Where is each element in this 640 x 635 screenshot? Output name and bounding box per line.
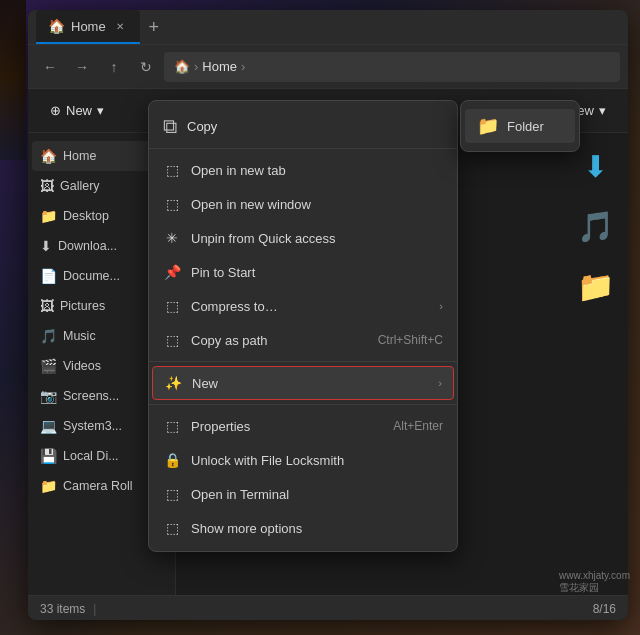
new-dropdown-icon: ▾ [97, 103, 104, 118]
compress-arrow-icon: › [439, 300, 443, 312]
screenshots-icon: 📷 [40, 388, 57, 404]
unlock-icon: 🔒 [163, 451, 181, 469]
sidebar-item-downloads-label: Downloa... [58, 239, 117, 253]
properties-shortcut: Alt+Enter [393, 419, 443, 433]
menu-separator-2 [149, 404, 457, 405]
watermark: www.xhjaty.com 雪花家园 [559, 570, 630, 595]
item-count: 33 items [40, 602, 85, 616]
submenu-item-folder[interactable]: 📁 Folder [465, 109, 575, 143]
folder-submenu-icon: 📁 [477, 115, 499, 137]
gallery-icon: 🖼 [40, 178, 54, 194]
terminal-icon: ⬚ [163, 485, 181, 503]
open-new-tab-icon: ⬚ [163, 161, 181, 179]
copy-header-label: Copy [187, 119, 217, 134]
menu-item-unlock[interactable]: 🔒 Unlock with File Locksmith [149, 443, 457, 477]
documents-icon: 📄 [40, 268, 57, 284]
watermark-cn: 雪花家园 [559, 581, 630, 595]
more-options-icon: ⬚ [163, 519, 181, 537]
tab-area: 🏠 Home ✕ + [28, 10, 628, 45]
new-plus-icon: ⊕ [50, 103, 61, 118]
copy-path-shortcut: Ctrl+Shift+C [378, 333, 443, 347]
sidebar-item-videos-label: Videos [63, 359, 101, 373]
localdisk-icon: 💾 [40, 448, 57, 464]
sidebar-item-cameraroll-label: Camera Roll [63, 479, 132, 493]
sidebar-item-music-label: Music [63, 329, 96, 343]
view-dropdown-icon: ▾ [599, 103, 606, 118]
path-home-icon: 🏠 [174, 59, 190, 74]
sidebar-item-home-label: Home [63, 149, 96, 163]
new-label: New [66, 103, 92, 118]
open-new-window-icon: ⬚ [163, 195, 181, 213]
new-menu-icon: ✨ [164, 374, 182, 392]
context-menu: ⧉ Copy ⬚ Open in new tab ⬚ Open in new w… [148, 100, 458, 552]
address-bar: ← → ↑ ↻ 🏠 › Home › [28, 45, 628, 89]
copy-path-icon: ⬚ [163, 331, 181, 349]
new-arrow-icon: › [438, 377, 442, 389]
music-icon: 🎵 [40, 328, 57, 344]
system-icon: 💻 [40, 418, 57, 434]
submenu-new: 📁 Folder [460, 100, 580, 152]
menu-item-copy-path[interactable]: ⬚ Copy as path Ctrl+Shift+C [149, 323, 457, 357]
sidebar-item-localdisk-label: Local Di... [63, 449, 119, 463]
tab-home-label: Home [71, 19, 106, 34]
menu-item-new[interactable]: ✨ New › [152, 366, 454, 400]
menu-item-more-options[interactable]: ⬚ Show more options [149, 511, 457, 545]
back-button[interactable]: ← [36, 53, 64, 81]
copy-header-icon: ⧉ [163, 115, 177, 138]
pictures-icon: 🖼 [40, 298, 54, 314]
status-sep: | [93, 602, 96, 616]
sidebar-item-pictures-label: Pictures [60, 299, 105, 313]
content-icons: ⬇ 🎵 📁 [570, 141, 620, 311]
file-icon-music: 🎵 [570, 201, 620, 251]
menu-item-open-new-tab[interactable]: ⬚ Open in new tab [149, 153, 457, 187]
new-tab-button[interactable]: + [140, 13, 168, 41]
tab-home[interactable]: 🏠 Home ✕ [36, 10, 140, 44]
up-button[interactable]: ↑ [100, 53, 128, 81]
forward-button[interactable]: → [68, 53, 96, 81]
refresh-button[interactable]: ↻ [132, 53, 160, 81]
menu-separator-1 [149, 361, 457, 362]
file-icon-folder: 📁 [570, 261, 620, 311]
cameraroll-icon: 📁 [40, 478, 57, 494]
menu-item-open-new-window[interactable]: ⬚ Open in new window [149, 187, 457, 221]
pin-start-icon: 📌 [163, 263, 181, 281]
tab-home-icon: 🏠 [48, 18, 65, 34]
new-button[interactable]: ⊕ New ▾ [40, 95, 114, 127]
unpin-icon: ✳ [163, 229, 181, 247]
home-icon: 🏠 [40, 148, 57, 164]
date-label: 8/16 [593, 602, 616, 616]
path-home-label: Home [202, 59, 237, 74]
address-path[interactable]: 🏠 › Home › [164, 52, 620, 82]
menu-item-terminal[interactable]: ⬚ Open in Terminal [149, 477, 457, 511]
menu-item-compress[interactable]: ⬚ Compress to… › [149, 289, 457, 323]
context-menu-header: ⧉ Copy [149, 107, 457, 149]
sidebar-item-documents-label: Docume... [63, 269, 120, 283]
lamp-decoration [0, 0, 26, 160]
status-bar: 33 items | 8/16 [28, 595, 628, 620]
downloads-icon: ⬇ [40, 238, 52, 254]
desktop-icon: 📁 [40, 208, 57, 224]
sidebar-item-screenshots-label: Screens... [63, 389, 119, 403]
sidebar-item-system-label: System3... [63, 419, 122, 433]
properties-icon: ⬚ [163, 417, 181, 435]
videos-icon: 🎬 [40, 358, 57, 374]
sidebar-item-desktop-label: Desktop [63, 209, 109, 223]
watermark-url: www.xhjaty.com [559, 570, 630, 581]
sidebar-item-gallery-label: Gallery [60, 179, 100, 193]
menu-item-properties[interactable]: ⬚ Properties Alt+Enter [149, 409, 457, 443]
menu-item-pin-start[interactable]: 📌 Pin to Start [149, 255, 457, 289]
menu-item-unpin[interactable]: ✳ Unpin from Quick access [149, 221, 457, 255]
tab-close-btn[interactable]: ✕ [112, 18, 128, 34]
submenu-folder-label: Folder [507, 119, 544, 134]
compress-icon: ⬚ [163, 297, 181, 315]
